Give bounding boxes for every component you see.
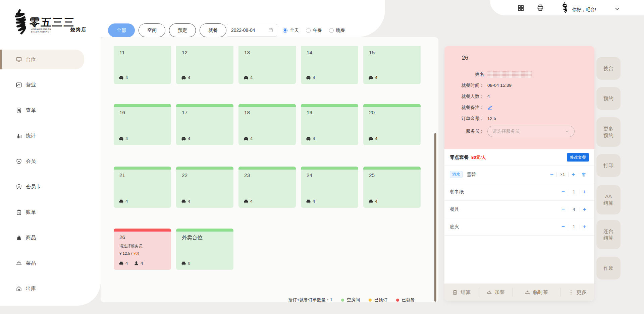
table-card-19[interactable]: 19 4 (301, 104, 358, 145)
panel-action-加菜[interactable]: 加菜 (479, 284, 513, 301)
minus-button[interactable]: − (561, 224, 565, 230)
table-number: 24 (307, 172, 312, 178)
table-card-11[interactable]: 11 4 (114, 46, 171, 84)
member-icon (16, 158, 22, 165)
table-card-外卖台位[interactable]: 外卖台位 0 (176, 229, 233, 270)
side-action-更多预约[interactable]: 更多预约 (596, 117, 621, 147)
grid-apps-icon[interactable] (517, 4, 525, 12)
table-number: 13 (244, 50, 250, 56)
legend-dot-icon (341, 299, 344, 302)
status-filter-就餐[interactable]: 就餐 (200, 23, 226, 37)
date-input[interactable] (230, 27, 268, 33)
status-filter-全部[interactable]: 全部 (108, 23, 135, 37)
sidebar-item-营业[interactable]: 营业 (0, 75, 84, 95)
minus-button[interactable]: − (561, 189, 565, 195)
side-action-预约[interactable]: 预约 (596, 87, 621, 110)
table-card-18[interactable]: 18 4 (238, 104, 296, 145)
side-action-作废[interactable]: 作废 (596, 257, 621, 279)
plus-button[interactable]: + (583, 189, 586, 195)
detail-field-label: 就餐时间： (447, 82, 484, 88)
edit-pencil-icon[interactable] (487, 105, 493, 110)
table-status-strip (238, 167, 296, 170)
table-status-strip (363, 167, 421, 170)
table-card-13[interactable]: 13 4 (238, 46, 296, 84)
chevron-down-icon[interactable] (614, 5, 621, 12)
table-detail-header: 26 姓名 就餐时间： 08-04 15:39 就餐人数： 4 就餐备注： 订单… (444, 46, 594, 149)
side-action-AA结算[interactable]: AA结算 (596, 185, 621, 214)
table-card-22[interactable]: 22 4 (176, 167, 233, 208)
table-card-17[interactable]: 17 4 (176, 104, 233, 145)
sidebar-item-label: 菜品 (26, 260, 36, 266)
table-card-20[interactable]: 20 4 (363, 104, 421, 145)
avatar[interactable] (559, 2, 570, 15)
meal-radio-全天[interactable]: 全天 (283, 27, 299, 34)
table-card-15[interactable]: 15 4 (363, 46, 421, 84)
printer-icon[interactable] (537, 4, 544, 11)
status-filter-空闲[interactable]: 空闲 (139, 23, 165, 37)
sidebar-item-台位[interactable]: 台位 (0, 50, 84, 69)
table-card-21[interactable]: 21 4 (114, 167, 171, 208)
table-card-12[interactable]: 12 4 (176, 46, 233, 84)
minus-button[interactable]: − (550, 172, 553, 177)
panel-action-结算[interactable]: 结算 (444, 284, 479, 301)
sidebar-item-会员[interactable]: 会员 (0, 151, 84, 171)
minus-button[interactable]: − (561, 206, 565, 212)
cloche-icon (525, 290, 530, 295)
sidebar-item-label: 统计 (26, 133, 36, 139)
order-item-餐巾纸: 餐巾纸 − 1 + (444, 183, 594, 201)
order-item-list: 酒水 雪碧 − ×1 + 餐巾纸 − 1 + 餐具 − 4 + (444, 166, 594, 236)
meal-radio-晚餐[interactable]: 晚餐 (329, 27, 345, 34)
sidebar-item-账单[interactable]: 账单 (0, 202, 84, 222)
table-card-16[interactable]: 16 4 (114, 104, 171, 145)
panel-action-label: 更多 (577, 289, 587, 296)
brand-logo: 零五三三 LINGWUSANSAN SHAOKAODIAN 烧烤店 (7, 8, 85, 40)
warehouse-icon (16, 286, 22, 292)
sofa-icon (119, 136, 124, 141)
table-number: 11 (119, 50, 125, 56)
status-filter-group: 全部 空闲 预定 就餐 (108, 23, 226, 37)
item-quantity-controls: − 1 + (561, 224, 586, 230)
status-filter-预定[interactable]: 预定 (169, 23, 196, 37)
seat-count: 4 (188, 136, 190, 141)
table-capacity: 4 (368, 199, 381, 204)
seat-count: 4 (188, 199, 190, 204)
edit-package-button[interactable]: 修改套餐 (567, 153, 589, 162)
server-select[interactable]: 请选择服务员 (487, 126, 575, 137)
panel-action-临时菜[interactable]: 临时菜 (513, 284, 560, 301)
table-number: 25 (369, 172, 375, 178)
side-action-换台[interactable]: 换台 (596, 57, 621, 80)
sidebar-item-商品[interactable]: 商品 (0, 228, 84, 248)
sidebar-item-菜品[interactable]: 菜品 (0, 253, 84, 273)
table-card-14[interactable]: 14 4 (301, 46, 358, 84)
table-row: 16 4 17 4 18 (114, 104, 421, 145)
sidebar-item-统计[interactable]: 统计 (0, 126, 84, 146)
chevron-down-icon (565, 129, 570, 134)
legend-dot-icon (369, 299, 372, 302)
sidebar-item-label: 台位 (26, 56, 36, 63)
plus-button[interactable]: + (583, 206, 586, 212)
side-action-连台结算[interactable]: 连台结算 (596, 220, 621, 249)
table-card-25[interactable]: 25 4 (363, 167, 421, 208)
sidebar-item-出库[interactable]: 出库 (0, 279, 84, 299)
seat-count: 4 (250, 199, 253, 204)
plus-button[interactable]: + (583, 224, 586, 230)
detail-field-value: 08-04 15:39 (487, 83, 512, 88)
vertical-scrollbar[interactable] (434, 133, 436, 302)
side-action-打印[interactable]: 打印 (596, 154, 621, 177)
sidebar-item-会员卡[interactable]: 会员卡 (0, 177, 84, 197)
table-card-23[interactable]: 23 4 (238, 167, 296, 208)
sofa-icon (306, 136, 311, 141)
sidebar-item-查单[interactable]: 查单 (0, 101, 84, 120)
table-card-26[interactable]: 26 请选择服务员 ¥ 12.5 ( ¥0) 4 4 (114, 229, 171, 270)
date-picker[interactable] (227, 24, 277, 37)
order-item-雪碧: 酒水 雪碧 − ×1 + (444, 166, 594, 183)
detail-field-label: 服务员： (447, 128, 484, 134)
meal-radio-午餐[interactable]: 午餐 (306, 27, 322, 34)
plus-button[interactable]: + (572, 172, 575, 177)
detail-field: 就餐备注： (444, 102, 594, 113)
trash-icon[interactable] (581, 172, 586, 177)
meal-radio-group: 全天 午餐 晚餐 (283, 23, 345, 37)
panel-action-更多[interactable]: 更多 (560, 284, 594, 301)
sidebar-item-label: 会员卡 (26, 184, 41, 190)
table-card-24[interactable]: 24 4 (301, 167, 358, 208)
